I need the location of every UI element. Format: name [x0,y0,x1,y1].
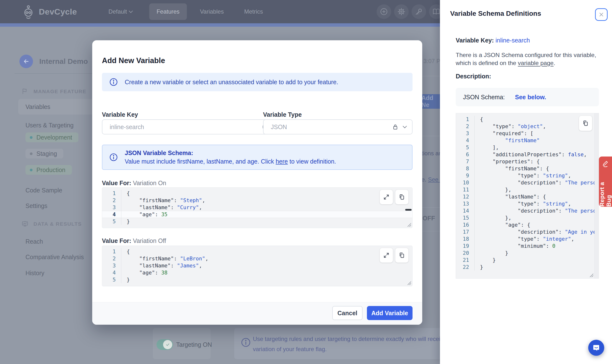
api-keys-button[interactable] [412,4,426,19]
variable-key-value[interactable]: inline-search [495,37,530,44]
create-button[interactable] [377,4,391,19]
here-link[interactable]: here [276,158,288,165]
panel-variable-key: Variable Key: inline-search [456,37,530,44]
timestamp-fragment: 3:07 P [423,58,440,65]
env-dot-teal [30,169,33,171]
copy-icon [582,120,589,127]
variation-off-code[interactable]: 1{2 "firstName": "LeBron",3 "lastName": … [102,248,412,283]
schema-code[interactable]: 1{2 "type": "object",3 "required": [4 "f… [456,116,599,271]
see-below-link[interactable]: See below. [515,94,546,101]
variable-schema-panel: Variable Schema Definitions Variable Key… [440,0,612,364]
expand-editor-button[interactable] [380,190,393,204]
json-schema-label: JSON Schema: [463,94,505,101]
chat-bubble-icon [592,344,600,352]
env-dot-gray [30,152,33,155]
project-selector[interactable]: Default [108,8,132,15]
close-icon [598,11,604,18]
divider [422,231,441,231]
targeting-toggle-label: Targeting ON [176,341,212,348]
section-manage-feature: MANAGE FEATURE [21,88,86,95]
scrollbar-thumb[interactable] [405,209,412,211]
json-schema-code-block[interactable]: 1{2 "type": "object",3 "required": [4 "f… [456,113,599,279]
gear-icon [397,8,405,16]
sidebar-item-code-sample[interactable]: Code Sample [26,187,62,194]
add-variable-button[interactable]: Add Variable [367,306,413,320]
variable-type-label: Variable Type [263,111,302,118]
info-icon [109,153,118,162]
info-banner-text: Create a new variable or select an unass… [125,79,338,86]
report-a-bug-tab[interactable]: Report a Bug [599,156,612,207]
sidebar-item-history[interactable]: History [26,270,44,277]
nav-tab-variables[interactable]: Variables [193,3,231,20]
description-label: Description: [456,73,491,80]
copy-code-button[interactable] [395,190,408,204]
scrollbar-track[interactable] [595,113,599,278]
section-data-results: DATA & RESULTS [21,220,82,228]
back-button[interactable] [19,55,33,68]
schema-note-title: JSON Variable Schema: [125,149,336,156]
key-icon [415,8,423,16]
add-new-variable-button-dimmed: Add Ne [421,94,441,109]
chat-widget-button[interactable] [588,340,604,356]
sidebar-env-production[interactable]: Production [26,165,72,175]
sidebar-env-staging[interactable]: Staging [26,149,63,158]
settings-button[interactable] [394,4,409,19]
info-icon [241,337,251,349]
flag-icon [21,88,29,95]
variation-on-code[interactable]: 1{2 "firstName": "Steph",3 "lastName": "… [102,190,412,225]
sidebar-item-users-targeting[interactable]: Users & Targeting [26,122,74,129]
lock-icon [392,123,399,130]
panel-description-text: There is a JSON Schema configured for th… [456,51,601,67]
devcycle-robot-logo-icon [21,4,35,19]
value-for-variation-off-label: Value For: Variation Off [102,237,166,244]
json-schema-note: JSON Variable Schema: Value must include… [102,145,413,170]
variable-page-link[interactable]: variable page [518,60,554,66]
chevron-down-icon [129,9,133,13]
value-for-variation-on-label: Value For: Variation On [102,180,166,187]
arrow-left-icon [23,58,30,65]
expand-editor-button[interactable] [380,248,393,262]
divider [422,76,441,76]
nav-tab-features[interactable]: Features [149,3,187,20]
sidebar-env-development[interactable]: Development [26,132,78,142]
close-panel-button[interactable] [595,8,608,21]
panel-title: Variable Schema Definitions [450,10,541,17]
nav-tab-metrics[interactable]: Metrics [237,3,270,20]
navbar-icon-group [377,4,443,19]
screen: DevCycle Default Features Variables Metr… [0,0,612,364]
add-new-variable-modal: Add New Variable Create a new variable o… [92,40,422,325]
schema-note-body: Value must include firstName, lastName, … [125,158,336,165]
text-fragment: tions ar [421,150,441,157]
variable-key-input[interactable]: inline-search [102,119,277,134]
sidebar-item-comparative-analysis[interactable]: Comparative Analysis [26,254,84,261]
sidebar-item-settings[interactable]: Settings [26,202,47,209]
variation-off-editor[interactable]: 1{2 "firstName": "LeBron",3 "lastName": … [102,246,413,286]
feature-header: Internal Demo in [19,55,102,68]
cancel-button[interactable]: Cancel [332,306,363,320]
variable-key-label: Variable Key [102,111,138,118]
copy-schema-button[interactable] [579,116,592,131]
brand[interactable]: DevCycle [21,4,77,19]
targeting-info-text: Use targeting rules and user targeting t… [253,334,452,356]
sidebar-item-reach[interactable]: Reach [26,238,43,245]
modal-title: Add New Variable [102,56,165,65]
targeting-toggle[interactable] [156,339,173,350]
copy-code-button[interactable] [395,248,408,262]
env-dot-teal [30,136,33,139]
variable-type-select[interactable]: JSON [263,119,413,134]
json-schema-row: JSON Schema: See below. [456,88,599,106]
divider [422,208,441,208]
copy-icon [398,252,405,259]
feature-title: Internal Demo [39,57,88,65]
variation-on-editor[interactable]: 1{2 "firstName": "Steph",3 "lastName": "… [102,187,413,228]
nav-tabs: Features Variables Metrics [149,3,270,20]
book-icon [432,8,441,16]
modal-footer: Cancel Add Variable [92,302,422,325]
expand-icon [383,194,390,200]
copy-icon [398,194,405,200]
pencil-icon [602,160,609,167]
toggle-knob [163,340,172,349]
report-a-bug-label: Report a Bug [599,171,612,207]
expand-icon [383,252,390,259]
resize-handle[interactable] [589,273,593,277]
